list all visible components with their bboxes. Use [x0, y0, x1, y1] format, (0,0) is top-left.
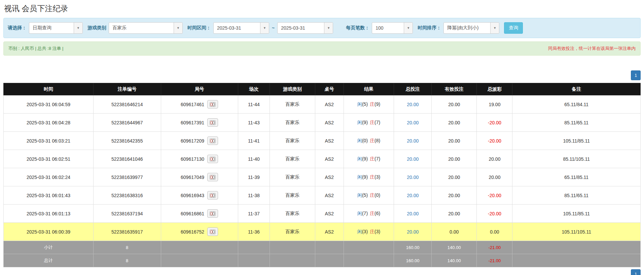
round-detail-button[interactable] [207, 173, 218, 181]
cell-bet-id: 522381646214 [93, 95, 161, 114]
page-size-group: 每页笔数： 100 ▼ [346, 22, 413, 34]
cell-round: 609617049 [161, 168, 238, 186]
total-bet-link[interactable]: 20.00 [407, 102, 419, 107]
cell-round: 609617461 [161, 95, 238, 114]
round-detail-button[interactable] [207, 155, 218, 163]
filter-bar: 请选择： 日期查询 ▼ 游戏类别 百家乐 ▼ 时间区间： 2025-03-31 … [3, 18, 641, 38]
chevron-down-icon[interactable]: ▼ [174, 23, 182, 33]
result-banker-label: 庄 [370, 101, 374, 107]
total-bet-link[interactable]: 20.00 [407, 175, 419, 180]
cell-bet-id: 522381642355 [93, 132, 161, 150]
cards-icon [210, 230, 216, 234]
result-banker-label: 庄 [370, 229, 374, 234]
cell-result: 闲(7)庄(6) [344, 205, 394, 223]
date-to-select[interactable]: 2025-03-31 ▼ [277, 22, 333, 34]
chevron-down-icon[interactable]: ▼ [490, 23, 499, 33]
cell-valid-bet: 20.00 [432, 186, 477, 205]
round-detail-button[interactable] [207, 209, 218, 218]
result-banker-value: (7) [374, 156, 380, 161]
cell-game-type: 百家乐 [270, 205, 315, 223]
cell-game-type: 百家乐 [270, 95, 315, 114]
total-bet-link[interactable]: 20.00 [407, 229, 419, 235]
result-banker-label: 庄 [370, 174, 374, 180]
cell-table-no: AS2 [315, 95, 344, 114]
query-type-select[interactable]: 日期查询 ▼ [29, 22, 83, 34]
game-type-select[interactable]: 百家乐 ▼ [109, 22, 183, 34]
cell-bet-id: 522381639977 [93, 168, 161, 186]
date-from-select[interactable]: 2025-03-31 ▼ [213, 22, 269, 34]
table-row: 2025-03-31 06:00:39 522381635917 6096167… [4, 223, 641, 241]
round-id: 609617391 [181, 120, 204, 125]
search-button[interactable]: 查询 [504, 22, 523, 34]
round-detail-button[interactable] [207, 191, 218, 200]
result-player-label: 闲 [357, 174, 362, 180]
result-banker-value: (3) [374, 229, 380, 234]
sort-order-select[interactable]: 降冪(由大到小) ▼ [443, 22, 499, 34]
cell-note: 105.11/85.11 [512, 132, 641, 150]
cell-total-bet: 20.00 [394, 205, 432, 223]
chevron-down-icon[interactable]: ▼ [74, 23, 82, 33]
cell-round: 609616943 [161, 186, 238, 205]
cards-icon [210, 102, 216, 107]
chevron-down-icon[interactable]: ▼ [260, 23, 269, 33]
page-button-1[interactable]: 1 [631, 70, 641, 80]
cell-bet-id: 522381635917 [93, 223, 161, 241]
page-size-value: 100 [372, 23, 404, 33]
cell-time: 2025-03-31 06:03:21 [4, 132, 94, 150]
chevron-down-icon[interactable]: ▼ [404, 23, 413, 33]
round-id: 609616943 [181, 193, 204, 198]
cell-valid-bet: 0.00 [432, 223, 477, 241]
cell-valid-bet: 20.00 [432, 205, 477, 223]
result-player-value: (0) [362, 138, 368, 143]
cell-session: 11-36 [238, 223, 270, 241]
cell-session: 11-41 [238, 132, 270, 150]
cell-time: 2025-03-31 06:04:59 [4, 95, 94, 114]
result-banker-value: (0) [374, 192, 380, 198]
cell-table-no: AS2 [315, 132, 344, 150]
round-detail-button[interactable] [207, 100, 218, 109]
result-player-value: (3) [362, 229, 368, 234]
cell-session: 11-44 [238, 95, 270, 114]
round-id: 609617049 [181, 175, 204, 180]
cell-result: 闲(0)庄(8) [344, 132, 394, 150]
cell-valid-bet: 20.00 [432, 150, 477, 168]
page-size-select[interactable]: 100 ▼ [372, 22, 413, 34]
total-bet-link[interactable]: 20.00 [407, 138, 419, 144]
cell-session: 11-40 [238, 150, 270, 168]
cell-time: 2025-03-31 06:02:24 [4, 168, 94, 186]
cell-payout: -20.00 [477, 186, 512, 205]
column-header-game-type: 游戏类别 [270, 83, 315, 95]
column-header-valid-bet: 有效投注 [432, 83, 477, 95]
total-bet-link[interactable]: 20.00 [407, 193, 419, 198]
cell-result: 闲(5)庄(9) [344, 95, 394, 114]
subtotal-total-bet: 160.00 [394, 241, 432, 254]
cell-game-type: 百家乐 [270, 168, 315, 186]
cell-total-bet: 20.00 [394, 95, 432, 114]
cell-valid-bet: 20.00 [432, 168, 477, 186]
round-detail-button[interactable] [207, 136, 218, 145]
cards-icon [210, 193, 216, 198]
cell-round: 609617391 [161, 114, 238, 132]
cell-result: 闲(9)庄(7) [344, 150, 394, 168]
page-button-1-bottom[interactable]: 1 [631, 269, 641, 275]
cell-game-type: 百家乐 [270, 132, 315, 150]
cards-icon [210, 175, 216, 180]
cell-game-type: 百家乐 [270, 114, 315, 132]
cell-session: 11-39 [238, 168, 270, 186]
round-detail-button[interactable] [207, 227, 218, 236]
column-header-total-bet: 总投注 [394, 83, 432, 95]
total-bet-link[interactable]: 20.00 [407, 120, 419, 125]
total-bet-link[interactable]: 20.00 [407, 156, 419, 162]
sort-order-value: 降冪(由大到小) [444, 23, 490, 33]
result-banker-label: 庄 [370, 192, 374, 198]
page-title: 视讯 会员下注纪录 [4, 3, 641, 14]
total-bet-link[interactable]: 20.00 [407, 211, 419, 216]
cards-icon [210, 157, 216, 161]
records-table: 时间 注单编号 局号 场次 游戏类别 桌号 结果 总投注 有效投注 总派彩 备注… [3, 83, 641, 267]
cell-total-bet: 20.00 [394, 132, 432, 150]
game-type-group: 游戏类别 百家乐 ▼ [87, 22, 183, 34]
cell-note: 65.11/84.11 [512, 95, 641, 114]
chevron-down-icon[interactable]: ▼ [324, 23, 333, 33]
round-detail-button[interactable] [207, 118, 218, 127]
cell-table-no: AS2 [315, 150, 344, 168]
